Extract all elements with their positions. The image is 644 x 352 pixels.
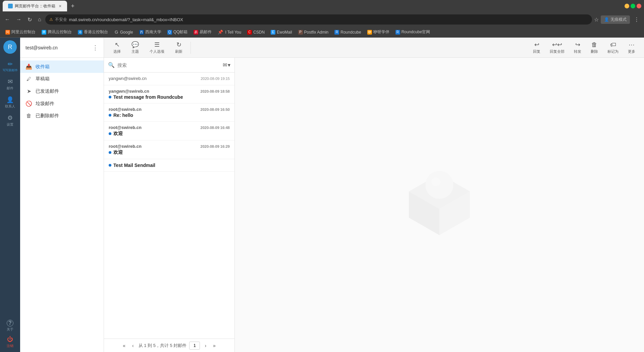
reply-button[interactable]: ↩ 回复 xyxy=(530,39,544,56)
unread-dot-2 xyxy=(109,96,111,98)
content-area: 🔍 ✉ ▾ yangwn@swireb.cn 2020-08-09 19:15 xyxy=(104,58,644,352)
folder-item-drafts[interactable]: 🖊 草稿箱 xyxy=(20,73,104,85)
bookmark-peer-label: 咿呀学伴 xyxy=(373,29,389,35)
user-avatar: R xyxy=(3,40,17,54)
home-button[interactable]: ⌂ xyxy=(36,15,43,24)
email-item-3[interactable]: root@swireb.cn 2020-08-09 16:50 Re: hell… xyxy=(104,103,234,122)
bookmarks-bar: 阿 阿里云控制台 腾 腾讯云控制台 港 香港云控制台 G Google 西 西南… xyxy=(0,27,644,38)
select-button[interactable]: ↖ 选择 xyxy=(109,39,125,56)
address-bar[interactable]: ⚠ 不安全 mail.swireb.cn/roundcubemail/?_tas… xyxy=(45,14,592,25)
reply-all-button[interactable]: ↩↩ 回复全部 xyxy=(546,39,568,56)
mark-label: 标记为 xyxy=(607,49,619,54)
sidebar-item-compose[interactable]: ✏ 写写新邮件 xyxy=(2,58,18,75)
bookmark-xidian[interactable]: 西 西南大学 xyxy=(137,28,164,36)
first-page-button[interactable]: « xyxy=(121,342,127,349)
folder-item-trash[interactable]: 🗑 已删除邮件 xyxy=(20,110,104,122)
subject-button[interactable]: 💬 主题 xyxy=(127,39,143,56)
bookmark-163-label: 易邮件 xyxy=(200,29,212,35)
bookmark-roundcube2[interactable]: R Roundcube官网 xyxy=(393,28,433,36)
bookmark-star-button[interactable]: ☆ xyxy=(594,16,599,23)
bookmark-peer[interactable]: 咿 咿呀学伴 xyxy=(365,28,392,36)
email-item-6[interactable]: Test Mail Sendmail xyxy=(104,159,234,172)
bookmark-csdn-icon: C xyxy=(247,30,252,35)
bookmark-itellyou[interactable]: 📌 I Tell You xyxy=(215,29,244,36)
unread-dot-3 xyxy=(109,114,111,117)
bookmark-alibaba-label: 阿里云控制台 xyxy=(11,29,36,35)
settings-icon: ⚙ xyxy=(7,114,13,122)
preview-pane xyxy=(235,58,644,352)
bookmark-google-label: Google xyxy=(120,30,133,35)
sidebar-item-settings-label: 设置 xyxy=(7,122,13,127)
new-tab-button[interactable]: + xyxy=(68,1,77,11)
folder-item-junk[interactable]: 🚫 垃圾邮件 xyxy=(20,97,104,110)
reply-all-icon: ↩↩ xyxy=(552,41,562,48)
bookmark-hk[interactable]: 港 香港云控制台 xyxy=(75,28,111,36)
sidebar-item-logout[interactable]: ⏻ 注销 xyxy=(2,335,18,349)
bookmark-csdn[interactable]: C CSDN xyxy=(245,29,267,36)
delete-button[interactable]: 🗑 删除 xyxy=(587,39,601,56)
mark-button[interactable]: 🏷 标记为 xyxy=(604,39,622,56)
email-time-4: 2020-08-09 16:48 xyxy=(201,126,230,130)
sidebar-item-contacts[interactable]: 👤 联系人 xyxy=(2,94,18,111)
email-item-4[interactable]: root@swireb.cn 2020-08-09 16:48 欢迎 xyxy=(104,122,234,140)
reply-all-label: 回复全部 xyxy=(550,49,565,54)
email-item-2[interactable]: yangwn@swireb.cn 2020-08-09 18:58 Test m… xyxy=(104,85,234,103)
menu-button[interactable]: ⋮ xyxy=(632,15,641,24)
email-meta-4: root@swireb.cn 2020-08-09 16:48 xyxy=(109,125,230,130)
profile-button[interactable]: 👤 无痕模式 xyxy=(601,15,630,24)
unread-dot-4 xyxy=(109,132,111,135)
last-page-button[interactable]: » xyxy=(211,342,218,349)
sidebar-about-label: 关于 xyxy=(7,327,13,332)
sidebar-item-settings[interactable]: ⚙ 设置 xyxy=(2,112,18,129)
email-time-3: 2020-08-09 16:50 xyxy=(201,107,230,112)
email-subject-text-3: Re: hello xyxy=(113,113,133,118)
minimize-button[interactable] xyxy=(625,4,629,8)
bookmark-tencent-label: 腾讯云控制台 xyxy=(48,29,72,35)
page-number-input[interactable] xyxy=(189,342,200,350)
bookmark-postfix[interactable]: P Postfix Admin xyxy=(296,29,331,36)
reload-button[interactable]: ↻ xyxy=(25,15,34,24)
folder-item-sent[interactable]: ➤ 已发送邮件 xyxy=(20,85,104,97)
personal-button[interactable]: ☰ 个人选项 xyxy=(146,39,168,56)
bookmark-qq[interactable]: Q QQ邮箱 xyxy=(165,28,191,36)
folder-trash-label: 已删除邮件 xyxy=(36,113,59,119)
filter-button[interactable]: ✉ ▾ xyxy=(223,62,230,68)
bookmark-roundcube2-label: Roundcube官网 xyxy=(401,29,430,35)
bookmark-tencent-icon: 腾 xyxy=(42,30,46,35)
email-from-3: root@swireb.cn xyxy=(109,107,142,112)
bookmark-postfix-label: Postfix Admin xyxy=(304,30,329,35)
bookmark-alibaba[interactable]: 阿 阿里云控制台 xyxy=(3,28,38,36)
back-button[interactable]: ← xyxy=(3,15,12,24)
prev-page-button[interactable]: ‹ xyxy=(130,342,136,349)
search-input[interactable] xyxy=(117,62,220,68)
refresh-button[interactable]: ↻ 刷新 xyxy=(171,39,186,56)
active-tab[interactable]: 网页邮件平台 :: 收件箱 × xyxy=(3,1,67,11)
email-subject-6: Test Mail Sendmail xyxy=(109,163,230,168)
bookmark-google[interactable]: G Google xyxy=(111,29,136,36)
email-item-5[interactable]: root@swireb.cn 2020-08-09 16:29 欢迎 xyxy=(104,140,234,159)
forward-icon: ↪ xyxy=(575,41,580,48)
bookmark-ewomail[interactable]: E EwoMail xyxy=(268,29,294,36)
sidebar-item-mail[interactable]: ✉ 邮件 xyxy=(2,76,18,93)
bookmark-csdn-label: CSDN xyxy=(253,30,265,35)
profile-avatar-icon: 👤 xyxy=(604,17,609,22)
email-item-1[interactable]: yangwn@swireb.cn 2020-08-09 19:15 xyxy=(104,73,234,85)
bookmark-163[interactable]: 易 易邮件 xyxy=(191,28,214,36)
email-from-1: yangwn@swireb.cn xyxy=(109,76,147,81)
bookmark-roundcube[interactable]: R Roundcube xyxy=(332,29,364,36)
close-button[interactable] xyxy=(637,4,641,8)
folder-menu-button[interactable]: ⋮ xyxy=(92,44,98,51)
sidebar-item-about[interactable]: ? 关于 xyxy=(2,318,18,333)
forward-button[interactable]: ↪ 转发 xyxy=(571,39,585,56)
more-button[interactable]: ⋯ 更多 xyxy=(625,39,639,56)
bookmark-tencent[interactable]: 腾 腾讯云控制台 xyxy=(39,28,74,36)
forward-button[interactable]: → xyxy=(14,15,23,24)
avatar-letter: R xyxy=(8,44,12,51)
tab-close-button[interactable]: × xyxy=(59,3,61,9)
folder-panel-user: test@swireb.cn xyxy=(25,45,58,50)
maximize-button[interactable] xyxy=(631,4,635,8)
next-page-button[interactable]: › xyxy=(203,342,208,349)
folder-item-inbox[interactable]: 📥 收件箱 xyxy=(20,60,104,73)
folder-panel-header: test@swireb.cn ⋮ xyxy=(20,38,104,58)
folder-inbox-label: 收件箱 xyxy=(36,64,50,70)
